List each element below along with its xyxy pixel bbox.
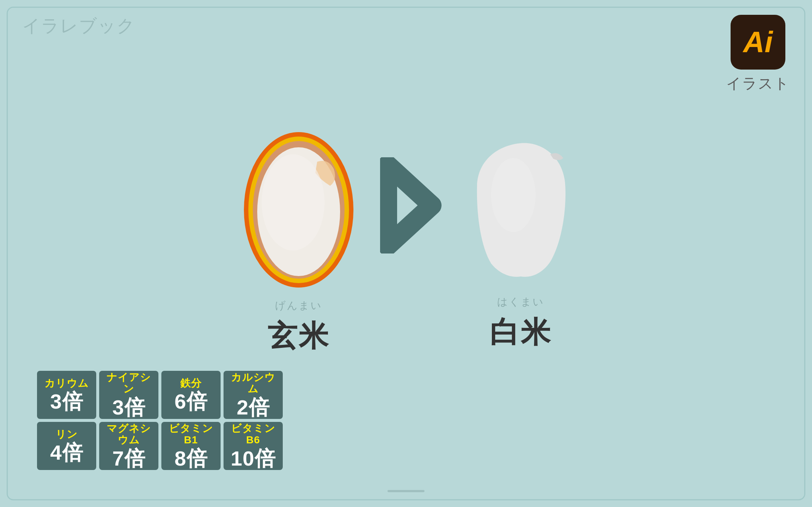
nutrition-value: 10倍: [231, 448, 275, 469]
svg-point-4: [262, 154, 325, 251]
nutrition-value: 6倍: [174, 391, 207, 412]
nutrition-name: カルシウム: [227, 372, 280, 395]
nutrition-name: ビタミンB6: [227, 423, 280, 446]
svg-point-6: [491, 158, 536, 232]
genmai-furigana: げんまい: [275, 299, 322, 313]
nutrition-value: 8倍: [174, 448, 207, 469]
nutrition-name: ナイアシン: [102, 372, 155, 395]
genmai-egg-illustration: [239, 128, 358, 291]
nutrition-value: 7倍: [112, 448, 145, 469]
nutrition-cell: ナイアシン3倍: [99, 371, 158, 419]
hakumai-furigana: はくまい: [497, 295, 544, 309]
nutrition-cell: ビタミンB18倍: [161, 422, 221, 470]
nutrition-name: マグネシウム: [102, 423, 155, 446]
nutrition-cell: カリウム3倍: [37, 371, 96, 419]
hakumai-container: はくまい 白米: [469, 132, 573, 353]
nutrition-name: リン: [56, 429, 78, 440]
nutrition-value: 2倍: [236, 397, 269, 418]
nutrition-cell: マグネシウム7倍: [99, 422, 158, 470]
nutrition-name: カリウム: [44, 378, 89, 389]
hakumai-kanji: 白米: [490, 313, 552, 353]
genmai-container: げんまい 玄米: [239, 128, 358, 356]
nutrition-value: 3倍: [112, 397, 145, 418]
nutrition-value: 3倍: [50, 391, 83, 412]
bottom-line: [387, 490, 425, 492]
genmai-kanji: 玄米: [268, 316, 330, 356]
comparison-row: げんまい 玄米 はくまい: [239, 128, 573, 356]
nutrition-cell: リン4倍: [37, 422, 96, 470]
chevron-greater-than: [380, 157, 447, 254]
nutrition-table: カリウム3倍ナイアシン3倍鉄分6倍カルシウム2倍リン4倍マグネシウム7倍ビタミン…: [37, 371, 283, 470]
nutrition-cell: 鉄分6倍: [161, 371, 221, 419]
hakumai-illustration: [469, 132, 573, 280]
nutrition-name: ビタミンB1: [164, 423, 218, 446]
nutrition-cell: ビタミンB610倍: [224, 422, 283, 470]
nutrition-cell: カルシウム2倍: [224, 371, 283, 419]
nutrition-name: 鉄分: [180, 378, 202, 389]
svg-marker-5: [387, 165, 432, 246]
nutrition-value: 4倍: [50, 442, 83, 463]
